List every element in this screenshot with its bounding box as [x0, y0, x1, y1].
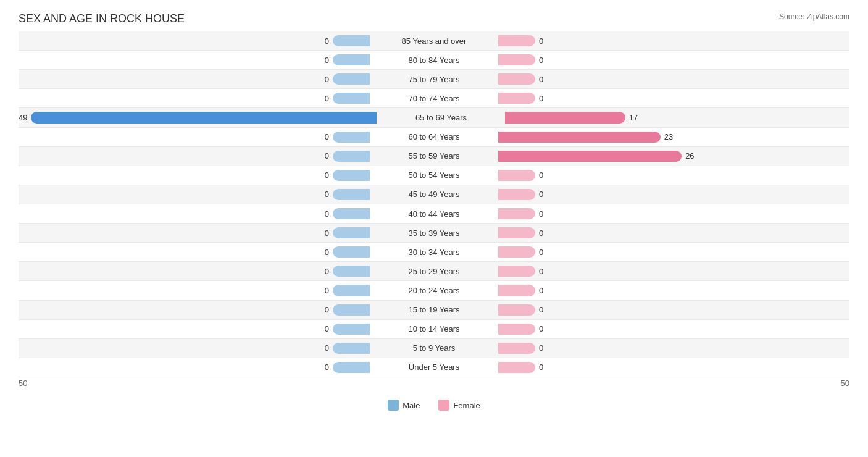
- left-section: 0: [19, 262, 372, 280]
- right-section: 0: [496, 51, 849, 69]
- right-section: 0: [496, 301, 849, 319]
- right-section: 0: [496, 243, 849, 261]
- female-value: 0: [539, 343, 543, 353]
- male-bar: [333, 324, 370, 335]
- bar-row: 0 85 Years and over 0: [19, 31, 849, 51]
- female-bar: [498, 151, 682, 162]
- right-section: 0: [496, 204, 849, 223]
- chart-area: 0 85 Years and over 0 0 80 to 84 Years 0…: [19, 31, 849, 396]
- bar-row: 0 Under 5 Years 0: [19, 358, 849, 377]
- right-section: 0: [496, 185, 849, 204]
- female-bar: [498, 93, 535, 104]
- male-value: 0: [325, 228, 329, 238]
- left-section: 0: [19, 31, 372, 50]
- bar-row: 0 45 to 49 Years 0: [19, 185, 849, 204]
- bar-row: 0 60 to 64 Years 23: [19, 128, 849, 147]
- male-value: 0: [325, 36, 329, 46]
- right-section: 0: [496, 166, 849, 185]
- row-label: 85 Years and over: [372, 36, 496, 46]
- row-label: 70 to 74 Years: [372, 94, 496, 103]
- female-bar: [498, 227, 535, 238]
- female-bar: [498, 35, 535, 46]
- female-bar: [498, 54, 535, 65]
- male-value: 0: [325, 305, 329, 314]
- female-value: 0: [539, 305, 543, 314]
- female-bar: [498, 246, 535, 258]
- row-label: 60 to 64 Years: [372, 132, 496, 141]
- rows-container: 0 85 Years and over 0 0 80 to 84 Years 0…: [19, 31, 849, 377]
- right-section: 0: [496, 262, 849, 280]
- male-bar: [333, 343, 370, 354]
- right-section: 0: [496, 31, 849, 50]
- bar-row: 0 75 to 79 Years 0: [19, 70, 849, 89]
- chart-title: SEX AND AGE IN ROCK HOUSE: [19, 12, 185, 25]
- axis-left: 50: [19, 379, 27, 388]
- axis-right: 50: [841, 379, 849, 388]
- male-value: 0: [325, 209, 329, 219]
- female-value: 0: [539, 170, 543, 180]
- left-section: 0: [19, 339, 372, 358]
- bar-row: 0 20 to 24 Years 0: [19, 281, 849, 300]
- legend: Male Female: [19, 400, 849, 411]
- male-bar: [333, 151, 370, 162]
- female-value: 0: [539, 324, 543, 333]
- male-bar: [333, 285, 370, 296]
- male-swatch: [388, 400, 399, 411]
- bar-row: 0 55 to 59 Years 26: [19, 147, 849, 166]
- row-label: 50 to 54 Years: [372, 170, 496, 180]
- female-bar: [498, 304, 535, 316]
- bar-row: 0 30 to 34 Years 0: [19, 243, 849, 262]
- left-section: 0: [19, 204, 372, 223]
- female-bar: [498, 208, 535, 219]
- male-bar: [333, 246, 370, 258]
- bar-row: 0 70 to 74 Years 0: [19, 89, 849, 108]
- male-value: 0: [325, 267, 329, 276]
- female-value: 0: [539, 36, 543, 46]
- row-label: 20 to 24 Years: [372, 286, 496, 295]
- female-value: 0: [539, 75, 543, 84]
- female-value: 23: [664, 132, 673, 141]
- male-bar: [333, 132, 370, 143]
- female-swatch: [438, 400, 449, 411]
- male-label: Male: [403, 401, 420, 410]
- female-bar: [498, 73, 535, 85]
- right-section: 26: [496, 147, 849, 166]
- bar-row: 0 35 to 39 Years 0: [19, 224, 849, 243]
- left-section: 0: [19, 301, 372, 319]
- chart-container: SEX AND AGE IN ROCK HOUSE Source: ZipAtl…: [0, 0, 868, 457]
- female-bar: [505, 112, 625, 123]
- male-bar: [333, 208, 370, 219]
- row-label: 75 to 79 Years: [372, 75, 496, 84]
- right-section: 0: [496, 339, 849, 358]
- male-value: 49: [19, 113, 27, 122]
- female-value: 0: [539, 286, 543, 295]
- row-label: 5 to 9 Years: [372, 343, 496, 353]
- row-label: 15 to 19 Years: [372, 305, 496, 314]
- row-label: 80 to 84 Years: [372, 56, 496, 65]
- female-value: 0: [539, 228, 543, 238]
- chart-source: Source: ZipAtlas.com: [779, 12, 849, 21]
- male-bar: [333, 73, 370, 85]
- row-label: 30 to 34 Years: [372, 248, 496, 257]
- legend-male: Male: [388, 400, 420, 411]
- male-value: 0: [325, 248, 329, 257]
- female-value: 0: [539, 209, 543, 219]
- bar-row: 0 80 to 84 Years 0: [19, 51, 849, 70]
- bar-row: 0 10 to 14 Years 0: [19, 320, 849, 339]
- female-bar: [498, 189, 535, 200]
- female-value: 0: [539, 190, 543, 199]
- male-bar: [333, 189, 370, 200]
- left-section: 0: [19, 128, 372, 146]
- row-label: 45 to 49 Years: [372, 190, 496, 199]
- male-bar: [333, 35, 370, 46]
- left-section: 0: [19, 185, 372, 204]
- left-section: 0: [19, 243, 372, 261]
- right-section: 23: [496, 128, 849, 146]
- left-section: 0: [19, 51, 372, 69]
- legend-female: Female: [438, 400, 480, 411]
- right-section: 17: [503, 108, 849, 127]
- male-bar: [333, 170, 370, 181]
- bar-row: 0 15 to 19 Years 0: [19, 301, 849, 320]
- male-value: 0: [325, 75, 329, 84]
- axis-labels: 50 50: [19, 379, 849, 388]
